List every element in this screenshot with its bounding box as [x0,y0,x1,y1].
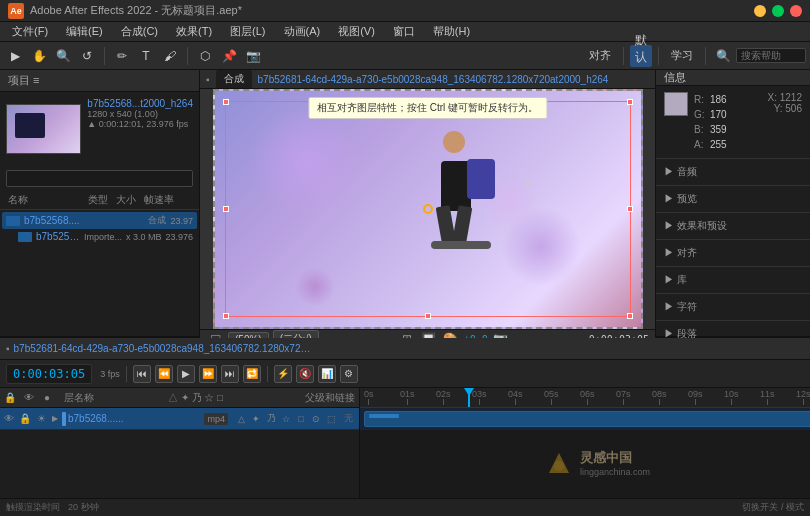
switch-4[interactable]: ☆ [279,412,293,426]
timeline-current-time[interactable]: 0:00:03:05 [6,364,92,384]
tool-puppet[interactable]: 📌 [218,45,240,67]
tool-pen[interactable]: ✏ [111,45,133,67]
a-value: 255 [710,137,727,152]
viewer-header: ▪ 合成 b7b52681-64cd-429a-a730-e5b0028ca94… [200,70,655,89]
close-button[interactable] [790,5,802,17]
tl-loop[interactable]: 🔁 [243,365,261,383]
menu-effects[interactable]: 效果(T) [168,22,220,41]
window-title: Adobe After Effects 2022 - 无标题项目.aep* [30,3,754,18]
section-align-title[interactable]: ▶ 对齐 [664,244,802,262]
list-item[interactable]: b7b52568....mp4 Importe... x 3.0 MB 23.9… [2,229,197,244]
handle-tr[interactable] [627,99,633,105]
section-preview-title[interactable]: ▶ 预览 [664,190,802,208]
viewer-canvas[interactable]: 相互对齐图层特性；按住 Ctrl 键可暂时反转行为。 [200,89,655,329]
section-character-title[interactable]: ▶ 字符 [664,298,802,316]
menu-window[interactable]: 窗口 [385,22,423,41]
project-search-input[interactable] [6,170,193,187]
layer-solo-icon[interactable]: ☀ [34,412,48,426]
handle-br[interactable] [627,313,633,319]
handle-bl[interactable] [223,313,229,319]
tl-next-frame[interactable]: ⏩ [199,365,217,383]
figure-head [443,131,465,153]
tl-sep-1 [126,366,127,382]
tl-chart-toggle[interactable]: 📊 [318,365,336,383]
color-a-row: A: 255 [694,137,727,152]
list-item[interactable]: b7b52568.... 合成 23.97 [2,212,197,229]
handle-mr[interactable] [627,206,633,212]
menu-animation[interactable]: 动画(A) [276,22,329,41]
window-controls[interactable] [754,5,802,17]
switch-2[interactable]: ✦ [249,412,263,426]
switch-6[interactable]: ⊙ [309,412,323,426]
tl-first-frame[interactable]: ⏮ [133,365,151,383]
separator-3 [623,47,624,65]
main-layout: 项目 ≡ b7b52568...t2000_h264 1280 x 540 (1… [0,70,810,336]
tool-zoom[interactable]: 🔍 [52,45,74,67]
switch-1[interactable]: △ [234,412,248,426]
tool-camera[interactable]: 📷 [242,45,264,67]
align-label: 对齐 [583,48,617,63]
layer-expand-arrow[interactable]: ▶ [50,414,60,424]
project-panel: 项目 ≡ b7b52568...t2000_h264 1280 x 540 (1… [0,70,200,336]
menu-layer[interactable]: 图层(L) [222,22,273,41]
section-effects-title[interactable]: ▶ 效果和预设 [664,217,802,235]
color-r-row: R: 186 [694,92,727,107]
y-coord: Y: 506 [733,103,802,114]
handle-tl[interactable] [223,99,229,105]
section-audio-title[interactable]: ▶ 音频 [664,163,802,181]
minimize-button[interactable] [754,5,766,17]
ruler-mark-2s: 02s [436,389,451,405]
tool-brush[interactable]: 🖌 [159,45,181,67]
status-bar: 触摸渲染时间 20 秒钟 切换开关 / 模式 [0,498,810,516]
canvas-content[interactable]: ↖ [213,89,643,329]
tl-last-frame[interactable]: ⏭ [221,365,239,383]
menu-help[interactable]: 帮助(H) [425,22,478,41]
section-library-title[interactable]: ▶ 库 [664,271,802,289]
layer-lock-icon[interactable]: 🔒 [18,412,32,426]
tool-shape[interactable]: ⬡ [194,45,216,67]
tl-prev-frame[interactable]: ⏪ [155,365,173,383]
layer-eye-icon[interactable]: 👁 [2,412,16,426]
tl-play[interactable]: ▶ [177,365,195,383]
menu-view[interactable]: 视图(V) [330,22,383,41]
workspace-default[interactable]: 默认 ≡ [630,45,652,67]
viewer-panel-title[interactable]: 合成 [216,70,252,88]
color-values: R: 186 G: 170 B: 359 A: 255 [694,92,727,152]
switch-5[interactable]: □ [294,412,308,426]
timeline-controls: 0:00:03:05 3 fps ⏮ ⏪ ▶ ⏩ ⏭ 🔁 ⚡ 🔇 📊 ⚙ [0,360,810,388]
tl-mute[interactable]: 🔇 [296,365,314,383]
search-help-input[interactable] [736,48,806,63]
timeline-tracks-area[interactable]: 0s 01s 02s 03s 04s [360,388,810,516]
switch-3[interactable]: 乃 [264,412,278,426]
viewer-comp-name: b7b52681-64cd-429a-a730-e5b0028ca948_163… [258,74,649,85]
tl-draft[interactable]: ⚙ [340,365,358,383]
viewer-icon: ▪ [206,74,210,85]
menu-comp[interactable]: 合成(C) [113,22,166,41]
tool-hand[interactable]: ✋ [28,45,50,67]
tl-resolution-toggle[interactable]: ⚡ [274,365,292,383]
status-toggle-label[interactable]: 切换开关 / 模式 [742,501,804,514]
color-swatch [664,92,688,116]
playhead[interactable] [468,388,470,407]
tool-selection[interactable]: ▶ [4,45,26,67]
menu-edit[interactable]: 编辑(E) [58,22,111,41]
maximize-button[interactable] [772,5,784,17]
tool-text[interactable]: T [135,45,157,67]
timeline-body: 🔒 👁 ● 层名称 △ ✦ 乃 ☆ □ 父级和链接 👁 🔒 ☀ ▶ b7b526… [0,388,810,516]
handle-bc[interactable] [425,313,431,319]
handle-ml[interactable] [223,206,229,212]
layer-row[interactable]: 👁 🔒 ☀ ▶ b7b5268...... mp4 △ ✦ 乃 ☆ □ ⊙ ⬚ … [0,408,359,430]
tool-rotate[interactable]: ↺ [76,45,98,67]
video-icon [18,232,32,242]
blob-4 [295,267,335,307]
color-g-row: G: 170 [694,107,727,122]
search-icon[interactable]: 🔍 [712,45,734,67]
layer-parent[interactable]: 无 [340,412,357,425]
switch-7[interactable]: ⬚ [324,412,338,426]
track-row[interactable] [360,408,810,430]
info-section-audio: ▶ 音频 [656,158,810,185]
menu-file[interactable]: 文件(F) [4,22,56,41]
item-name: b7b52568....mp4 [36,231,80,242]
item-fps: 23.976 [165,232,193,242]
ruler-mark-12s: 12s [796,389,810,405]
